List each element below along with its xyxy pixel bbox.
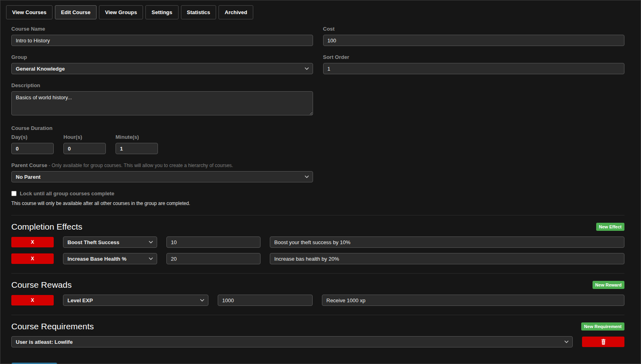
course-requirements-header: Course Requirements New Requirement <box>11 322 624 331</box>
tab-bar: View Courses Edit Course View Groups Set… <box>6 5 624 19</box>
effect-description-input[interactable] <box>270 236 624 248</box>
minutes-field: Minute(s) <box>116 134 158 154</box>
group-field: Group General Knowledge <box>11 54 313 74</box>
effect-row: X Boost Theft Success <box>11 236 624 248</box>
course-requirements-section: Course Requirements New Requirement User… <box>11 322 624 347</box>
tab-statistics[interactable]: Statistics <box>181 5 216 19</box>
form-left-column: Course Name Group General Knowledge Desc… <box>11 26 313 206</box>
sort-order-input[interactable] <box>323 63 625 74</box>
effect-row: X Increase Base Health % <box>11 253 624 264</box>
tab-edit-course[interactable]: Edit Course <box>55 5 97 19</box>
group-select-wrap: General Knowledge <box>11 63 313 74</box>
group-label: Group <box>11 54 313 60</box>
completion-effects-title: Completion Effects <box>11 222 82 232</box>
delete-requirement-button[interactable] <box>582 337 624 347</box>
parent-course-select[interactable]: No Parent <box>11 171 313 182</box>
edit-course-page: View Courses Edit Course View Groups Set… <box>0 0 641 364</box>
course-rewards-header: Course Rewads New Reward <box>11 280 624 290</box>
completion-effects-section: Completion Effects New Effect X Boost Th… <box>11 222 624 264</box>
new-requirement-button[interactable]: New Requirement <box>581 322 624 331</box>
minutes-label: Minute(s) <box>116 134 158 140</box>
sort-order-field: Sort Order <box>323 54 625 74</box>
section-divider <box>11 315 624 315</box>
cost-input[interactable] <box>323 35 625 46</box>
section-divider <box>11 215 624 215</box>
sort-order-label: Sort Order <box>323 54 625 60</box>
reward-value-input[interactable] <box>218 295 313 306</box>
hours-input[interactable] <box>63 143 106 154</box>
cost-field: Cost <box>323 26 625 46</box>
lock-checkbox[interactable] <box>11 191 17 196</box>
parent-course-label-text: Parent Course <box>11 162 47 168</box>
reward-type-select-wrap: Level EXP <box>63 295 208 306</box>
section-divider <box>11 273 624 274</box>
course-requirements-title: Course Requirements <box>11 322 94 331</box>
effect-type-select[interactable]: Boost Theft Success <box>63 236 157 248</box>
reward-row: X Level EXP <box>11 295 624 306</box>
description-field: Description Basics of world history... <box>11 82 313 117</box>
group-select[interactable]: General Knowledge <box>11 63 313 74</box>
lock-label: Lock until all group courses complete <box>20 190 114 197</box>
trash-icon <box>601 340 606 346</box>
new-reward-button[interactable]: New Reward <box>593 281 624 289</box>
tab-view-courses[interactable]: View Courses <box>6 5 53 19</box>
effect-value-input[interactable] <box>166 253 261 264</box>
parent-course-label: Parent Course - Only available for group… <box>11 162 313 168</box>
parent-course-field: Parent Course - Only available for group… <box>11 162 313 182</box>
course-rewards-section: Course Rewads New Reward X Level EXP <box>11 280 624 306</box>
effect-type-select[interactable]: Increase Base Health % <box>63 253 157 264</box>
requirement-select[interactable]: User is atleast: Lowlife <box>11 336 573 347</box>
minutes-input[interactable] <box>116 143 158 154</box>
days-input[interactable] <box>11 143 54 154</box>
tab-settings[interactable]: Settings <box>145 5 178 19</box>
reward-type-select[interactable]: Level EXP <box>63 295 208 306</box>
effect-value-input[interactable] <box>166 236 261 248</box>
course-name-field: Course Name <box>11 26 313 46</box>
delete-effect-button[interactable]: X <box>11 237 54 247</box>
effect-type-select-wrap: Increase Base Health % <box>63 253 157 264</box>
effect-type-select-wrap: Boost Theft Success <box>63 236 157 248</box>
course-form: Course Name Group General Knowledge Desc… <box>11 26 624 206</box>
reward-description-input[interactable] <box>322 295 624 306</box>
lock-help-text: This course will only be available after… <box>11 201 313 206</box>
tab-archived[interactable]: Archived <box>219 5 253 19</box>
days-label: Day(s) <box>11 134 54 140</box>
delete-reward-button[interactable]: X <box>11 295 54 305</box>
hours-field: Hour(s) <box>63 134 106 154</box>
tab-view-groups[interactable]: View Groups <box>99 5 143 19</box>
hours-label: Hour(s) <box>63 134 106 140</box>
course-rewards-title: Course Rewads <box>11 280 71 290</box>
effect-description-input[interactable] <box>270 253 624 264</box>
description-label: Description <box>11 82 313 88</box>
cost-label: Cost <box>323 26 625 32</box>
requirement-select-wrap: User is atleast: Lowlife <box>11 336 573 347</box>
course-duration-label: Course Duration <box>11 125 313 131</box>
lock-row: Lock until all group courses complete <box>11 190 313 197</box>
parent-course-hint: - Only available for group courses. This… <box>49 163 233 168</box>
parent-course-select-wrap: No Parent <box>11 171 313 182</box>
requirement-row: User is atleast: Lowlife <box>11 336 624 347</box>
completion-effects-header: Completion Effects New Effect <box>11 222 624 232</box>
form-right-column: Cost Sort Order <box>323 26 625 206</box>
new-effect-button[interactable]: New Effect <box>596 223 624 231</box>
days-field: Day(s) <box>11 134 54 154</box>
delete-effect-button[interactable]: X <box>11 253 54 264</box>
description-textarea[interactable]: Basics of world history... <box>11 91 313 115</box>
duration-row: Day(s) Hour(s) Minute(s) <box>11 134 313 154</box>
course-name-label: Course Name <box>11 26 313 32</box>
course-name-input[interactable] <box>11 35 313 46</box>
course-duration-field: Course Duration Day(s) Hour(s) Minute(s) <box>11 125 313 154</box>
